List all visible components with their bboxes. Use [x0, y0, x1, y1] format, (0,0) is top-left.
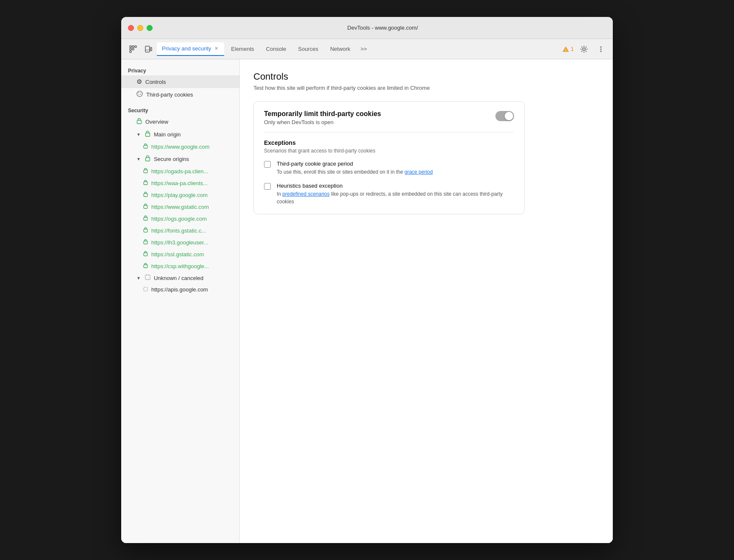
sidebar-url9-label: https://csp.withgoogle...: [151, 263, 209, 269]
main-content: Privacy ⚙ Controls Third-party cookies: [121, 59, 613, 543]
svg-rect-31: [144, 253, 147, 256]
card-subtitle: Only when DevTools is open: [264, 119, 381, 125]
sidebar-item-overview[interactable]: Overview: [121, 115, 239, 128]
settings-icon: [580, 45, 588, 53]
close-button[interactable]: [128, 25, 134, 31]
heuristics-link[interactable]: predefined scenarios: [282, 191, 329, 197]
gear-icon: ⚙: [136, 78, 142, 86]
sidebar-section-security: Security: [121, 104, 239, 115]
card-header: Temporarily limit third-party cookies On…: [264, 110, 514, 125]
svg-point-12: [601, 46, 602, 47]
inspect-icon-button[interactable]: [126, 42, 140, 56]
svg-rect-25: [144, 182, 147, 185]
tab-privacy-label: Privacy and security: [162, 45, 211, 52]
svg-rect-7: [150, 47, 152, 51]
lock-icon-url6: [143, 227, 148, 234]
svg-rect-4: [135, 46, 136, 47]
card-title: Temporarily limit third-party cookies: [264, 110, 381, 118]
more-icon: [597, 45, 605, 53]
sidebar-item-main-origin-url[interactable]: https://www.google.com: [121, 141, 239, 152]
lock-icon-url7: [143, 239, 148, 246]
expand-arrow-unknown: ▼: [136, 276, 141, 280]
more-tabs-button[interactable]: >>: [357, 46, 370, 52]
sidebar-item-controls[interactable]: ⚙ Controls: [121, 75, 239, 88]
sidebar-item-url7[interactable]: https://lh3.googleuser...: [121, 236, 239, 248]
sidebar-url1-label: https://ogads-pa.clien...: [151, 168, 208, 175]
toolbar: Privacy and security ✕ Elements Console …: [121, 39, 613, 59]
sidebar-item-third-party-cookies[interactable]: Third-party cookies: [121, 88, 239, 101]
expand-arrow-secure-origins: ▼: [136, 157, 141, 161]
heuristics-checkbox[interactable]: [264, 183, 271, 190]
sidebar-item-url2[interactable]: https://waa-pa.clients...: [121, 177, 239, 189]
lock-icon-main-origin-url: [143, 143, 148, 150]
tab-close-button[interactable]: ✕: [214, 45, 219, 52]
sidebar-item-url5[interactable]: https://ogs.google.com: [121, 213, 239, 225]
sidebar-url3-label: https://play.google.com: [151, 192, 208, 198]
devtools-window: DevTools - www.google.com/ Privacy and s…: [121, 17, 613, 543]
content-area: Controls Test how this site will perform…: [240, 59, 613, 543]
tab-network[interactable]: Network: [325, 42, 356, 56]
tab-privacy-security[interactable]: Privacy and security ✕: [157, 42, 224, 56]
sidebar-item-main-origin[interactable]: ▼ Main origin: [121, 128, 239, 141]
warning-badge[interactable]: ! 1: [562, 46, 574, 53]
tab-network-label: Network: [330, 46, 350, 52]
tab-console[interactable]: Console: [261, 42, 292, 56]
svg-rect-24: [144, 170, 147, 173]
sidebar-item-url3[interactable]: https://play.google.com: [121, 189, 239, 201]
cookie-icon: [136, 91, 143, 98]
svg-rect-21: [145, 133, 150, 136]
tab-elements[interactable]: Elements: [226, 42, 259, 56]
svg-point-11: [583, 48, 585, 50]
tab-sources[interactable]: Sources: [293, 42, 323, 56]
grace-period-desc-prefix: To use this, enroll this site or sites e…: [277, 169, 405, 175]
lock-icon-url8: [143, 251, 148, 258]
traffic-lights: [128, 25, 153, 31]
minimize-button[interactable]: [137, 25, 143, 31]
svg-rect-29: [144, 229, 147, 232]
sidebar-url8-label: https://ssl.gstatic.com: [151, 251, 204, 258]
svg-rect-3: [132, 48, 134, 50]
grace-period-checkbox[interactable]: [264, 161, 271, 168]
titlebar: DevTools - www.google.com/: [121, 17, 613, 39]
sidebar-main-origin-label: Main origin: [154, 131, 181, 138]
sidebar: Privacy ⚙ Controls Third-party cookies: [121, 59, 240, 543]
sidebar-secure-origins-label: Secure origins: [154, 156, 189, 162]
lock-icon-url3: [143, 191, 148, 198]
svg-point-18: [140, 92, 141, 93]
svg-rect-1: [132, 46, 134, 47]
exceptions-section: Exceptions Scenarios that grant access t…: [264, 139, 514, 205]
sidebar-url6-label: https://fonts.gstatic.c...: [151, 227, 206, 234]
third-party-cookies-toggle[interactable]: [495, 111, 514, 121]
tab-console-label: Console: [266, 46, 286, 52]
sidebar-item-url9[interactable]: https://csp.withgoogle...: [121, 260, 239, 272]
lock-icon-url5: [143, 215, 148, 222]
svg-text:!: !: [565, 48, 566, 52]
sidebar-item-url4[interactable]: https://www.gstatic.com: [121, 201, 239, 213]
settings-button[interactable]: [577, 42, 591, 56]
grace-period-link[interactable]: grace period: [405, 169, 433, 175]
sidebar-controls-label: Controls: [145, 79, 166, 85]
sidebar-item-url1[interactable]: https://ogads-pa.clien...: [121, 165, 239, 177]
sidebar-section-privacy: Privacy: [121, 64, 239, 75]
sidebar-url5-label: https://ogs.google.com: [151, 216, 207, 222]
sidebar-item-url6[interactable]: https://fonts.gstatic.c...: [121, 225, 239, 236]
toggle-knob: [505, 112, 513, 120]
svg-point-13: [601, 48, 602, 50]
device-toggle-button[interactable]: [142, 42, 155, 56]
maximize-button[interactable]: [147, 25, 153, 31]
sidebar-item-unknown-url1[interactable]: https://apis.google.com: [121, 284, 239, 295]
svg-rect-34: [144, 287, 147, 291]
content-title: Controls: [253, 71, 599, 82]
svg-rect-22: [144, 145, 147, 148]
expand-arrow-main-origin: ▼: [136, 132, 141, 137]
more-options-button[interactable]: [594, 42, 608, 56]
svg-point-19: [138, 94, 139, 95]
heuristics-desc-prefix: In: [277, 191, 282, 197]
sidebar-item-secure-origins[interactable]: ▼ Secure origins: [121, 152, 239, 165]
grace-period-desc: To use this, enroll this site or sites e…: [277, 168, 433, 176]
sidebar-item-unknown-canceled[interactable]: ▼ Unknown / canceled: [121, 272, 239, 284]
heuristics-desc: In predefined scenarios like pop-ups or …: [277, 190, 514, 205]
sidebar-item-url8[interactable]: https://ssl.gstatic.com: [121, 248, 239, 260]
warning-count: 1: [571, 46, 574, 52]
sidebar-overview-label: Overview: [145, 119, 168, 125]
